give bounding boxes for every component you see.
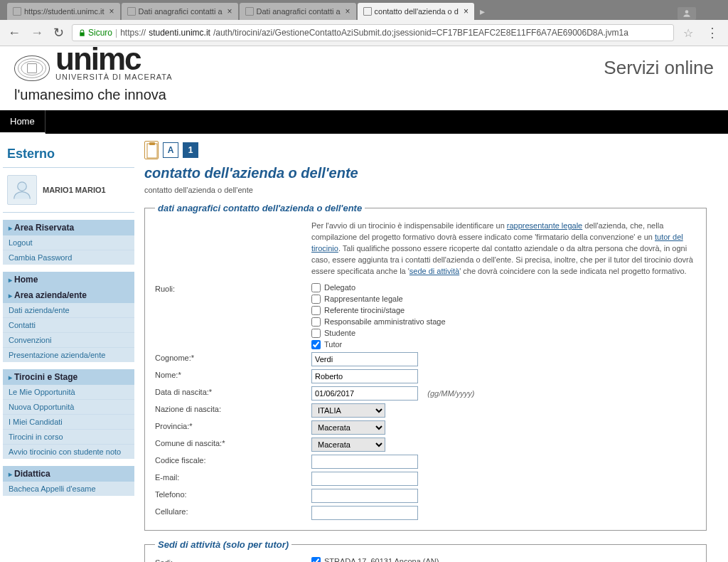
brand-subtitle: UNIVERSITÀ DI MACERATA [55, 73, 173, 81]
sidebar-item-dati-azienda[interactable]: Dati azienda/ente [3, 303, 134, 317]
tab-title: Dati anagrafici contatti a [257, 7, 341, 16]
sidebar-item-logout[interactable]: Logout [3, 235, 134, 250]
svg-rect-6 [149, 142, 155, 145]
breadcrumb: A 1 [144, 141, 707, 159]
secure-label: Sicuro [88, 28, 112, 38]
select-nazione[interactable]: ITALIA [311, 403, 385, 418]
link-sede-attivita[interactable]: sede di attività [410, 267, 459, 275]
select-provincia[interactable]: Macerata [311, 420, 385, 435]
breadcrumb-step-a[interactable]: A [163, 142, 178, 158]
checkbox-tutor[interactable] [311, 340, 321, 349]
select-comune[interactable]: Macerata [311, 438, 385, 452]
checkbox-sede-0[interactable] [311, 557, 321, 562]
sidebar-header-didattica[interactable]: Didattica [3, 466, 134, 482]
checkbox-responsabile[interactable] [311, 317, 321, 327]
breadcrumb-step-1[interactable]: 1 [183, 142, 198, 158]
bookmark-star-icon[interactable]: ☆ [680, 26, 697, 40]
sidebar-item-contatti[interactable]: Contatti [3, 317, 134, 332]
browser-tab-3[interactable]: contatto dell'azienda o d × [358, 3, 474, 20]
url-host: studenti.unimc.it [149, 28, 210, 38]
sidebar-item-tirocini-corso[interactable]: Tirocini in corso [3, 429, 134, 444]
label-cognome: Cognome:* [155, 352, 311, 362]
label-nazione: Nazione di nascita: [155, 403, 311, 413]
username-label: MARIO1 MARIO1 [43, 186, 106, 194]
page-icon [363, 7, 372, 16]
user-badge[interactable] [678, 7, 696, 20]
sidebar-header-area-azienda[interactable]: Area azienda/ente [3, 287, 134, 303]
browser-tab-1[interactable]: Dati anagrafici contatti a × [122, 3, 238, 20]
svg-rect-5 [147, 144, 157, 158]
tab-title: contatto dell'azienda o d [375, 7, 459, 16]
sidebar-item-miei-candidati[interactable]: I Miei Candidati [3, 414, 134, 429]
page-icon [127, 7, 136, 16]
sidebar-title: Esterno [7, 147, 134, 161]
checkbox-referente[interactable] [311, 306, 321, 315]
sidebar-item-cambia-password[interactable]: Cambia Password [3, 250, 134, 265]
page-title: contatto dell'azienda o dell'ente [144, 165, 707, 181]
label-cf: Codice fiscale: [155, 455, 311, 465]
secure-badge: Sicuro [78, 28, 112, 38]
reload-button[interactable]: ↻ [51, 25, 66, 41]
nav-home-link[interactable]: Home [0, 110, 46, 134]
input-cellulare[interactable] [311, 506, 418, 520]
fieldset-legend-sedi: Sedi di attività (solo per tutor) [155, 539, 291, 550]
link-rappresentante-legale[interactable]: rappresentante legale [507, 221, 582, 230]
check-responsabile[interactable]: Responsabile amministrativo stage [311, 317, 696, 327]
input-cf[interactable] [311, 455, 418, 469]
browser-menu-icon[interactable]: ⋮ [702, 25, 722, 41]
svg-point-1 [18, 59, 46, 78]
profile-box: MARIO1 MARIO1 [3, 171, 134, 209]
input-telefono[interactable] [311, 489, 418, 503]
check-sede-0[interactable]: STRADA 17, 60131 Ancona (AN) [311, 557, 696, 562]
sidebar-item-bacheca-appelli[interactable]: Bacheca Appelli d'esame [3, 482, 134, 496]
browser-tab-2[interactable]: Dati anagrafici contatti a × [240, 3, 356, 20]
page-icon [245, 7, 254, 16]
back-button[interactable]: ← [6, 26, 23, 41]
sidebar-item-home[interactable]: Home [3, 272, 134, 287]
url-field[interactable]: Sicuro | https://studenti.unimc.it/auth/… [72, 24, 674, 41]
forward-button[interactable]: → [28, 26, 46, 41]
check-referente[interactable]: Referente tirocini/stage [311, 306, 696, 315]
checkbox-studente[interactable] [311, 329, 321, 338]
sidebar-header-area-riservata[interactable]: Area Riservata [3, 220, 134, 235]
input-data-nascita[interactable] [311, 386, 418, 401]
page-subtitle: contatto dell'azienda o dell'ente [144, 186, 707, 194]
tab-title: https://studenti.unimc.it [24, 7, 105, 16]
check-studente[interactable]: Studente [311, 329, 696, 338]
new-tab-button[interactable]: ▸ [476, 3, 489, 20]
checkbox-rappresentante[interactable] [311, 295, 321, 304]
url-separator: | [115, 28, 117, 38]
sidebar-item-mie-opportunita[interactable]: Le Mie Opportunità [3, 385, 134, 399]
sidebar-item-nuova-opportunita[interactable]: Nuova Opportunità [3, 399, 134, 414]
label-sedi: Sedi: [155, 557, 311, 562]
label-telefono: Telefono: [155, 489, 311, 499]
label-data-nascita: Data di nascita:* [155, 386, 311, 396]
ruoli-checkboxes: Delegato Rappresentante legale Referente… [311, 283, 696, 349]
check-rappresentante[interactable]: Rappresentante legale [311, 295, 696, 304]
input-cognome[interactable] [311, 352, 418, 366]
check-delegato[interactable]: Delegato [311, 283, 696, 292]
close-icon[interactable]: × [228, 6, 232, 16]
label-ruoli: Ruoli: [155, 283, 311, 293]
close-icon[interactable]: × [464, 6, 469, 16]
close-icon[interactable]: × [109, 6, 114, 16]
input-nome[interactable] [311, 369, 418, 383]
tab-title: Dati anagrafici contatti a [139, 7, 223, 16]
browser-chrome: https://studenti.unimc.it × Dati anagraf… [0, 0, 728, 46]
intro-text: Per l'avvio di un tirocinio è indispensa… [155, 221, 696, 277]
sidebar-item-avvio-tirocinio[interactable]: Avvio tirocinio con studente noto [3, 444, 134, 459]
check-tutor[interactable]: Tutor [311, 340, 696, 349]
browser-tab-0[interactable]: https://studenti.unimc.it × [7, 3, 120, 20]
close-icon[interactable]: × [346, 6, 350, 16]
servizi-online-label: Servizi online [604, 57, 714, 79]
checkbox-delegato[interactable] [311, 283, 321, 292]
clipboard-icon[interactable] [144, 141, 159, 159]
sidebar-header-tirocini[interactable]: Tirocini e Stage [3, 369, 134, 385]
sidebar: Esterno MARIO1 MARIO1 Area Riservata Log… [0, 134, 137, 562]
sidebar-item-convenzioni[interactable]: Convenzioni [3, 332, 134, 347]
url-prefix: https:// [120, 28, 146, 38]
sidebar-item-presentazione[interactable]: Presentazione azienda/ente [3, 347, 134, 362]
fieldset-dati-anagrafici: dati anagrafici contatto dell'azienda o … [144, 203, 707, 531]
lock-icon [13, 7, 21, 16]
input-email[interactable] [311, 472, 418, 486]
